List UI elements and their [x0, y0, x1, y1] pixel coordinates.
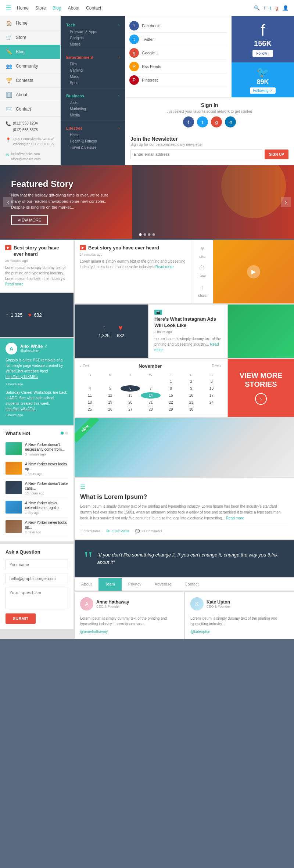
tweet-link-2[interactable]: http://bit.ly/KxJEsL: [6, 407, 36, 411]
cal-day-7[interactable]: 7: [141, 385, 160, 392]
dd-business-title[interactable]: Business ›: [66, 94, 119, 98]
featured-view-more-button[interactable]: VIEW MORE: [11, 215, 48, 225]
newsletter-signup-button[interactable]: SIGN UP: [265, 150, 288, 159]
wh-dot-2[interactable]: [65, 432, 68, 435]
cal-day-11[interactable]: 11: [80, 392, 100, 399]
action-share[interactable]: ↑ Share: [198, 284, 207, 298]
user-nav-icon[interactable]: 👤: [283, 5, 288, 11]
signin-gp[interactable]: g: [211, 116, 222, 127]
cal-day-3[interactable]: 3: [202, 378, 221, 385]
dd-item-software[interactable]: Software & Apps: [61, 29, 125, 35]
dd-item-health[interactable]: Health & Fitness: [61, 138, 125, 144]
social-rss[interactable]: R Rss Feeds: [129, 60, 227, 73]
cal-day-29[interactable]: 29: [161, 406, 181, 413]
signin-fb[interactable]: f: [183, 116, 194, 127]
newsletter-email-input[interactable]: [130, 150, 262, 159]
nav-about[interactable]: About: [68, 6, 79, 11]
cal-day-20[interactable]: 20: [121, 399, 140, 406]
dd-entertainment-title[interactable]: Entertainment ›: [66, 55, 119, 60]
sidebar-item-store[interactable]: 🛒 Store: [0, 30, 60, 45]
dd-item-mobile[interactable]: Mobile: [61, 41, 125, 47]
kate-handle[interactable]: @kateupton: [190, 630, 288, 634]
social-gplus[interactable]: g Google +: [129, 46, 227, 60]
tab-team[interactable]: Team: [98, 578, 122, 591]
dd-tech-title[interactable]: Tech ›: [66, 23, 119, 27]
wh-dot-1[interactable]: [61, 432, 64, 435]
cal-day-13[interactable]: 13: [121, 392, 140, 399]
tw-following-button[interactable]: Following ✓: [250, 87, 275, 94]
dd-lifestyle-title[interactable]: Lifestyle ›: [66, 126, 119, 130]
aq-submit-button[interactable]: SUBMIT: [6, 613, 36, 624]
instagram-read-more[interactable]: Read more: [154, 342, 219, 352]
cal-day-15[interactable]: 15: [161, 392, 181, 399]
like-stat[interactable]: ♥ 682: [117, 324, 124, 339]
gplus-nav-icon[interactable]: g: [276, 5, 278, 11]
cal-day-4[interactable]: 4: [80, 385, 100, 392]
tab-contact[interactable]: Contact: [178, 578, 205, 591]
cal-day-18[interactable]: 18: [80, 399, 100, 406]
cal-day-25[interactable]: 25: [80, 406, 100, 413]
view-more-stories[interactable]: VIEW MORE STORIES ›: [228, 359, 294, 417]
tweet-link-1[interactable]: http://bit.ly/19XMBLi: [6, 375, 38, 379]
dd-item-gaming[interactable]: Gaming: [61, 67, 125, 73]
dd-item-media[interactable]: Media: [61, 112, 125, 118]
sidebar-item-contests[interactable]: 🏆 Contests: [0, 73, 60, 88]
sidebar-item-blog[interactable]: ✏️ Blog: [0, 45, 60, 59]
cal-prev[interactable]: ‹ Oct: [80, 364, 89, 368]
dd-item-music[interactable]: Music: [61, 73, 125, 80]
cal-day-23[interactable]: 23: [182, 399, 201, 406]
twitter-nav-icon[interactable]: t: [270, 5, 271, 11]
signin-li[interactable]: in: [225, 116, 236, 127]
hero-dot-4[interactable]: [153, 233, 155, 236]
nav-store[interactable]: Store: [35, 6, 46, 11]
nav-blog[interactable]: Blog: [53, 6, 61, 11]
cal-day-21[interactable]: 21: [141, 399, 160, 406]
sidebar-item-community[interactable]: 👥 Community: [0, 59, 60, 73]
aq-email-input[interactable]: [6, 573, 68, 584]
sidebar-item-contact[interactable]: ✉️ Contact: [0, 102, 60, 116]
facebook-nav-icon[interactable]: f: [264, 5, 266, 11]
hero-dot-2[interactable]: [144, 233, 146, 236]
dd-item-lifestyle-home[interactable]: Home: [61, 132, 125, 138]
cal-day-24[interactable]: 24: [202, 399, 221, 406]
hero-dot-1[interactable]: [139, 233, 142, 236]
tab-about[interactable]: About: [75, 578, 98, 591]
action-later[interactable]: ⏱ Later: [198, 264, 206, 279]
cal-day-9[interactable]: 9: [182, 385, 201, 392]
social-pinterest[interactable]: P Pinterest: [129, 73, 227, 87]
dd-item-sport[interactable]: Sport: [61, 80, 125, 86]
tab-privacy[interactable]: Privacy: [122, 578, 148, 591]
hero-dot-3[interactable]: [148, 233, 151, 236]
view-more-btn[interactable]: ›: [255, 393, 267, 405]
dd-item-marketing[interactable]: Marketing: [61, 106, 125, 112]
hamburger-icon[interactable]: ☰: [6, 4, 11, 12]
cal-day-22[interactable]: 22: [161, 399, 181, 406]
action-like[interactable]: ♥ Like: [199, 245, 205, 259]
social-facebook[interactable]: f Facebook: [129, 19, 227, 33]
hero-next-arrow[interactable]: ›: [281, 197, 291, 207]
sidebar-item-about[interactable]: ℹ️ About: [0, 88, 60, 102]
cal-day-2[interactable]: 2: [182, 378, 201, 385]
cal-day-12[interactable]: 12: [100, 392, 120, 399]
dd-item-travel[interactable]: Travel & Leisure: [61, 144, 125, 151]
cal-day-1[interactable]: 1: [161, 378, 181, 385]
cal-day-16[interactable]: 16: [182, 392, 201, 399]
cal-day-10[interactable]: 10: [202, 385, 221, 392]
dd-item-gadgets[interactable]: Gadgets: [61, 35, 125, 41]
cal-day-30[interactable]: 30: [182, 406, 201, 413]
cal-day-19[interactable]: 19: [100, 399, 120, 406]
play-button[interactable]: ▶: [247, 265, 260, 278]
signin-tw[interactable]: t: [197, 116, 208, 127]
cal-day-14[interactable]: 14: [141, 392, 160, 399]
cal-day-26[interactable]: 26: [100, 406, 120, 413]
fb-follow-button[interactable]: Follow ›: [252, 50, 273, 57]
nav-contact[interactable]: Contact: [86, 6, 101, 11]
anne-handle[interactable]: @annehathaway: [80, 630, 178, 634]
cal-day-6[interactable]: 6: [121, 385, 140, 392]
share-stat[interactable]: ↑ 1,325: [98, 324, 110, 339]
search-icon[interactable]: 🔍: [254, 5, 260, 11]
aq-question-textarea[interactable]: [6, 587, 68, 609]
aq-name-input[interactable]: [6, 559, 68, 570]
read-more-right[interactable]: Read more: [155, 265, 173, 269]
cal-day-5[interactable]: 5: [100, 385, 120, 392]
